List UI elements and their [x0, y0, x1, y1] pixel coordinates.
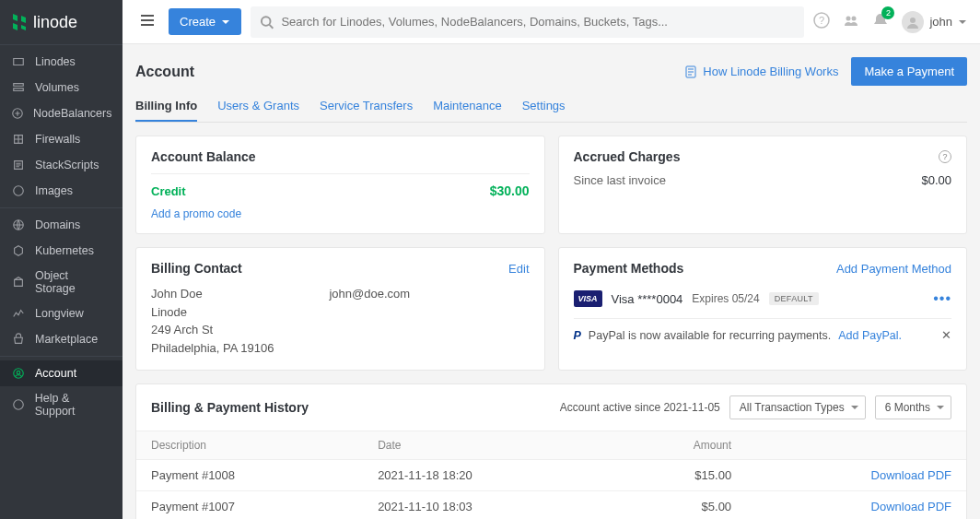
card-title: Account Balance	[151, 149, 530, 164]
sidebar-item-account[interactable]: Account	[0, 360, 122, 386]
card-label: Visa ****0004	[612, 292, 683, 306]
col-date: Date	[363, 431, 611, 460]
sidebar-item-domains[interactable]: Domains	[0, 212, 122, 238]
tab-settings[interactable]: Settings	[522, 91, 566, 122]
brand-logo[interactable]: linode	[0, 0, 122, 44]
contact-name: John Doe	[151, 285, 274, 303]
history-title: Billing & Payment History	[151, 400, 309, 415]
brand-text: linode	[33, 13, 77, 32]
sidebar-item-help-support[interactable]: Help & Support	[0, 386, 122, 423]
svg-point-0	[262, 17, 271, 26]
sidebar-item-images[interactable]: Images	[0, 178, 122, 204]
how-billing-works-link[interactable]: How Linode Billing Works	[684, 65, 838, 78]
contact-company: Linode	[151, 303, 274, 322]
card-title: Payment Methods	[574, 261, 684, 276]
help-icon[interactable]: ?	[813, 12, 830, 31]
tab-service-transfers[interactable]: Service Transfers	[320, 91, 413, 122]
paypal-icon: P	[574, 329, 581, 342]
sidebar-item-label: StackScripts	[35, 159, 99, 171]
svg-point-3	[846, 17, 851, 21]
search-input[interactable]	[281, 15, 795, 29]
community-icon[interactable]	[843, 12, 859, 31]
search-wrap	[251, 6, 804, 38]
avatar	[902, 11, 924, 33]
sidebar-item-label: Images	[35, 184, 73, 197]
row-amount: $15.00	[611, 460, 746, 491]
svg-point-5	[910, 18, 916, 23]
card-title: Accrued Charges	[574, 149, 681, 164]
tab-maintenance[interactable]: Maintenance	[433, 91, 501, 122]
add-promo-link[interactable]: Add a promo code	[151, 207, 241, 220]
sidebar-item-stackscripts[interactable]: StackScripts	[0, 152, 122, 178]
svg-text:?: ?	[819, 15, 824, 26]
kubernetes-icon	[11, 243, 26, 258]
edit-contact-link[interactable]: Edit	[508, 262, 529, 276]
visa-icon: VISA	[574, 290, 602, 307]
date-range-filter[interactable]: 6 Months	[875, 395, 951, 419]
user-menu[interactable]: john	[902, 11, 967, 33]
menu-toggle[interactable]	[135, 8, 159, 35]
account-icon	[11, 366, 26, 381]
stackscripts-icon	[11, 158, 26, 172]
doc-icon	[684, 65, 697, 78]
accrued-charges-card: Accrued Charges? Since last invoice $0.0…	[558, 136, 968, 234]
nodebalancers-icon	[11, 106, 24, 121]
billing-contact-card: Billing Contact Edit John Doe Linode 249…	[135, 247, 545, 371]
help-support-icon	[11, 397, 26, 412]
chevron-down-icon	[221, 18, 230, 27]
default-badge: DEFAULT	[769, 292, 819, 305]
topbar: Create ? 2 john	[122, 0, 980, 44]
sidebar-item-volumes[interactable]: Volumes	[0, 75, 122, 100]
since-label: Since last invoice	[574, 173, 666, 187]
row-description: Payment #1008	[136, 460, 363, 491]
account-active-since: Account active since 2021-11-05	[560, 401, 720, 414]
col-description: Description	[136, 431, 363, 460]
tabs: Billing InfoUsers & GrantsService Transf…	[135, 91, 967, 123]
info-icon[interactable]: ?	[939, 150, 951, 163]
sidebar-item-marketplace[interactable]: Marketplace	[0, 326, 122, 352]
download-pdf-link[interactable]: Download PDF	[871, 468, 951, 482]
firewalls-icon	[11, 132, 26, 147]
domains-icon	[11, 218, 26, 232]
sidebar: linode LinodesVolumesNodeBalancersFirewa…	[0, 0, 122, 519]
create-button[interactable]: Create	[169, 8, 241, 35]
col-amount: Amount	[611, 431, 746, 460]
add-payment-method-link[interactable]: Add Payment Method	[836, 262, 951, 276]
tab-billing-info[interactable]: Billing Info	[135, 91, 197, 122]
sidebar-item-nodebalancers[interactable]: NodeBalancers	[0, 100, 122, 126]
paypal-banner: P PayPal is now available for recurring …	[574, 318, 952, 342]
paypal-msg: PayPal is now available for recurring pa…	[589, 329, 831, 342]
contact-email: john@doe.com	[329, 285, 410, 357]
notification-badge: 2	[881, 6, 894, 19]
sidebar-item-firewalls[interactable]: Firewalls	[0, 126, 122, 152]
balance-amount: $30.00	[490, 183, 530, 198]
volumes-icon	[11, 80, 26, 95]
accrued-amount: $0.00	[921, 173, 951, 187]
transaction-type-filter[interactable]: All Transaction Types	[729, 395, 866, 419]
tab-users-grants[interactable]: Users & Grants	[217, 91, 299, 122]
payment-method-row: VISA Visa ****0004 Expires 05/24 DEFAULT…	[574, 285, 952, 313]
object-storage-icon	[11, 275, 26, 289]
sidebar-item-linodes[interactable]: Linodes	[0, 49, 122, 75]
add-paypal-link[interactable]: Add PayPal.	[838, 329, 902, 342]
sidebar-item-label: Longview	[35, 307, 84, 320]
card-title: Billing Contact	[151, 261, 242, 276]
sidebar-item-kubernetes[interactable]: Kubernetes	[0, 238, 122, 264]
contact-street: 249 Arch St	[151, 321, 274, 339]
close-icon[interactable]: ✕	[941, 328, 951, 342]
search-icon	[260, 15, 274, 29]
row-date: 2021-11-10 18:03	[363, 491, 611, 520]
username: john	[929, 15, 952, 29]
make-payment-button[interactable]: Make a Payment	[851, 57, 967, 86]
account-balance-card: Account Balance Credit $30.00 Add a prom…	[135, 136, 545, 234]
card-expiry: Expires 05/24	[692, 292, 759, 305]
download-pdf-link[interactable]: Download PDF	[871, 500, 951, 513]
sidebar-item-longview[interactable]: Longview	[0, 301, 122, 326]
sidebar-item-object-storage[interactable]: Object Storage	[0, 264, 122, 301]
row-date: 2021-11-18 18:20	[363, 460, 611, 491]
sidebar-item-label: Marketplace	[35, 333, 98, 346]
svg-point-4	[852, 17, 857, 21]
notifications-icon[interactable]: 2	[872, 12, 889, 31]
payment-methods-card: Payment Methods Add Payment Method VISA …	[558, 247, 968, 371]
payment-method-menu[interactable]: •••	[933, 290, 951, 307]
